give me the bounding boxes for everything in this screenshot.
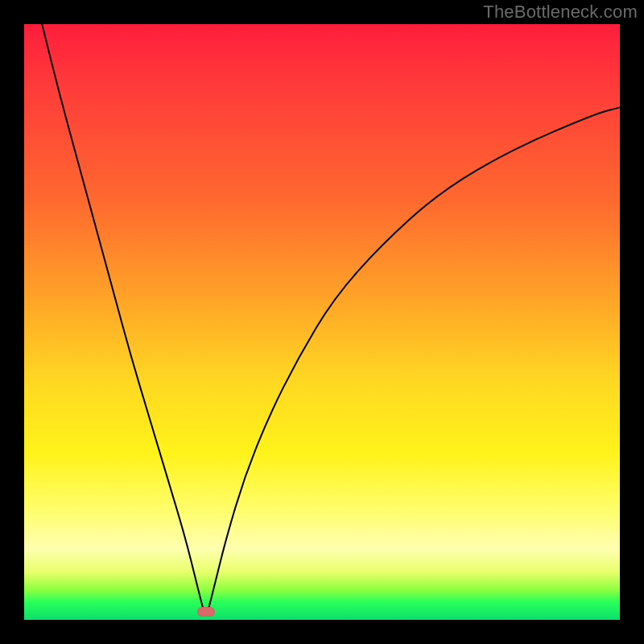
curve-path [42, 24, 620, 615]
watermark-text: TheBottleneck.com [483, 2, 638, 23]
plot-area [24, 24, 620, 620]
optimal-point-marker [197, 607, 215, 617]
bottleneck-curve [24, 24, 620, 620]
chart-frame: TheBottleneck.com [0, 0, 644, 644]
